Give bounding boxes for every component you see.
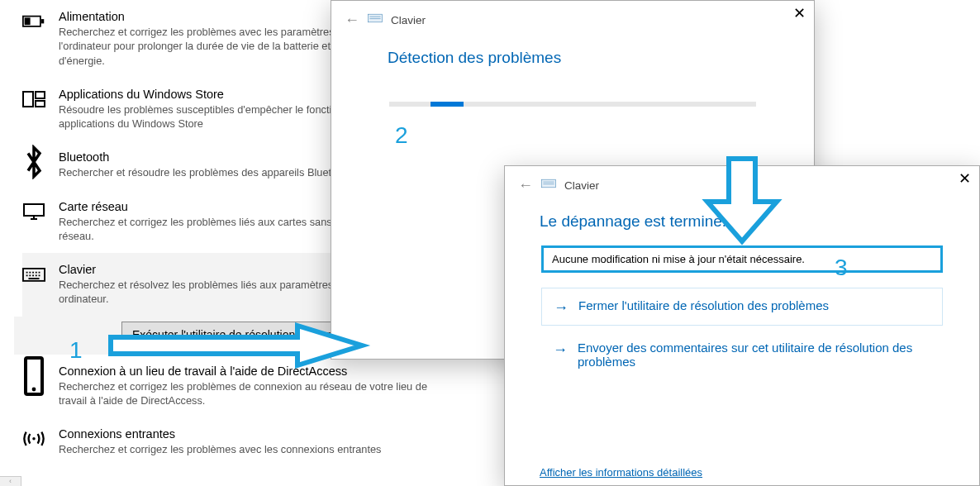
send-feedback-option[interactable]: → Envoyer des commentaires sur cet utili… (541, 341, 943, 379)
back-icon[interactable]: ← (345, 12, 359, 29)
back-icon[interactable]: ← (518, 177, 533, 194)
keyboard-icon (22, 263, 45, 286)
keyboard-icon (541, 176, 556, 194)
bluetooth-icon (22, 150, 45, 174)
svg-rect-16 (369, 14, 383, 22)
svg-rect-19 (542, 179, 556, 188)
arrow-right-icon: → (554, 300, 568, 315)
battery-icon (22, 10, 45, 33)
troubleshooter-dialog-result: ✕ ← Clavier Le dépannage est terminé. Au… (504, 165, 980, 486)
option-label: Fermer l'utilitaire de résolution des pr… (578, 298, 829, 312)
store-apps-icon (22, 88, 45, 111)
item-desc: Recherchez et corrigez les problèmes de … (59, 379, 454, 408)
arrow-right-icon: → (553, 342, 568, 357)
scroll-left-button[interactable]: ‹ (0, 476, 21, 486)
dialog-crumb: Clavier (391, 14, 426, 26)
keyboard-icon (368, 11, 383, 29)
progress-bar (389, 102, 756, 107)
annotation-number-1: 1 (69, 337, 83, 364)
svg-point-14 (32, 387, 36, 391)
svg-rect-3 (23, 92, 33, 107)
result-message: Aucune modification ni mise à jour n'éta… (541, 245, 943, 273)
view-details-link[interactable]: Afficher les informations détaillées (540, 466, 702, 479)
dialog-headline: Le dépannage est terminé. (540, 212, 979, 231)
monitor-icon (22, 200, 45, 223)
svg-point-15 (32, 437, 35, 440)
close-icon[interactable]: ✕ (793, 6, 806, 21)
item-desc: Rechercher et résoudre les problèmes des… (59, 165, 352, 179)
item-title: Bluetooth (59, 150, 352, 164)
troubleshoot-item-incoming-connections[interactable]: Connexions entrantes Recherchez et corri… (22, 417, 463, 466)
dialog-crumb: Clavier (564, 179, 599, 192)
svg-rect-4 (36, 92, 45, 98)
svg-rect-6 (24, 204, 44, 216)
item-title: Connexions entrantes (59, 427, 382, 441)
troubleshoot-item-directaccess[interactable]: Connexion à un lieu de travail à l'aide … (22, 355, 463, 418)
svg-rect-1 (41, 19, 45, 23)
svg-rect-5 (36, 101, 45, 107)
item-title: Connexion à un lieu de travail à l'aide … (59, 364, 454, 378)
item-desc: Recherchez et corrigez les problèmes ave… (59, 442, 382, 456)
annotation-number-3: 3 (835, 255, 848, 281)
svg-rect-2 (25, 18, 31, 26)
annotation-number-2: 2 (395, 122, 408, 149)
phone-icon (22, 364, 45, 388)
close-troubleshooter-option[interactable]: → Fermer l'utilitaire de résolution des … (541, 288, 943, 326)
close-icon[interactable]: ✕ (959, 171, 971, 186)
option-label: Envoyer des commentaires sur cet utilita… (578, 341, 931, 369)
antenna-icon (22, 427, 45, 450)
dialog-headline: Détection des problèmes (388, 49, 814, 67)
